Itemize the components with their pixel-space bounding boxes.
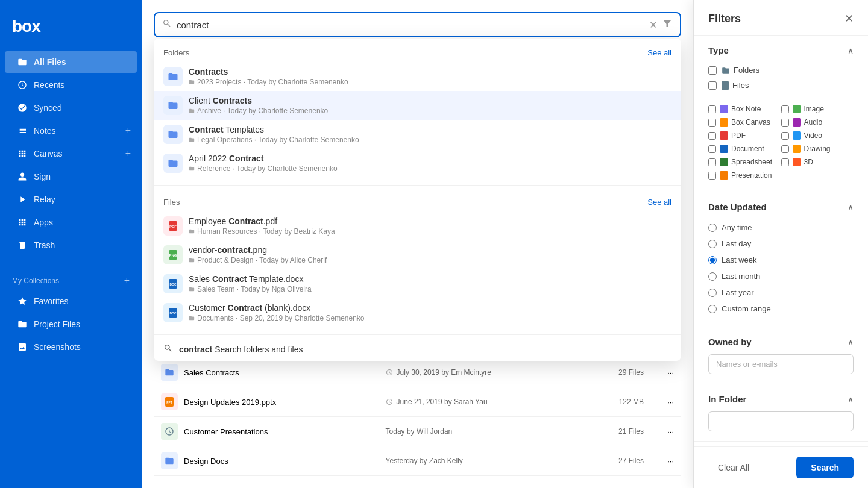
dropdown-search-all[interactable]: contract Search folders and files	[154, 337, 681, 361]
notes-add-button[interactable]: +	[125, 125, 131, 136]
filter-document-checkbox[interactable]	[708, 145, 716, 153]
sidebar-item-notes[interactable]: Notes +	[5, 120, 137, 142]
filter-pdf-label[interactable]: PDF	[720, 131, 746, 140]
filter-pdf-checkbox[interactable]	[708, 132, 716, 140]
sidebar-item-all-files[interactable]: All Files	[5, 51, 137, 73]
search-input[interactable]	[177, 20, 644, 30]
filter-document: Document	[708, 142, 781, 155]
filter-box-canvas-checkbox[interactable]	[708, 119, 716, 127]
dropdown-folder-april[interactable]: April 2022 Contract Reference · Today by…	[154, 149, 681, 178]
sidebar-item-screenshots[interactable]: Screenshots	[5, 336, 137, 358]
folder-icon-contracts	[163, 67, 183, 86]
row-name: Sales Contracts	[184, 368, 239, 377]
filter-owned-header[interactable]: Owned by ∧	[694, 327, 868, 354]
filter-custom-range-label[interactable]: Custom range	[722, 304, 771, 313]
table-row[interactable]: Sales Contracts July 30, 2019 by Em Mcin…	[154, 358, 681, 387]
filter-date-section: Date Updated ∧ Any time Last day Last we…	[694, 192, 868, 327]
filter-last-year-label[interactable]: Last year	[722, 288, 753, 297]
dropdown-file-vendor[interactable]: PNG vendor-contract.png Product & Design…	[154, 240, 681, 269]
filter-folders-label[interactable]: Folders	[722, 66, 760, 75]
sidebar-item-synced[interactable]: Synced	[5, 97, 137, 119]
filter-folders-checkbox[interactable]	[708, 66, 717, 75]
search-clear-button[interactable]: ✕	[649, 19, 657, 31]
logo: box	[0, 12, 142, 51]
sidebar-item-recents[interactable]: Recents	[5, 74, 137, 96]
svg-text:PDF: PDF	[169, 225, 177, 228]
dropdown-file-sales[interactable]: DOC Sales Contract Template.docx Sales T…	[154, 269, 681, 298]
folder-templates-meta: Legal Operations · Today by Charlotte Se…	[189, 136, 671, 144]
sidebar-item-canvas-label: Canvas	[34, 149, 62, 158]
dropdown-folder-client-contracts[interactable]: Client Contracts Archive · Today by Char…	[154, 91, 681, 120]
dropdown-folder-contracts[interactable]: Contracts 2023 Projects · Today by Charl…	[154, 62, 681, 91]
filter-last-month-label[interactable]: Last month	[722, 272, 760, 281]
filter-last-month-radio[interactable]	[708, 272, 717, 281]
row-folder-icon	[161, 364, 178, 381]
filter-custom-range-row: Custom range	[708, 301, 854, 317]
search-dropdown: Folders See all Contracts 2023 Projects …	[154, 39, 681, 361]
canvas-add-button[interactable]: +	[125, 148, 131, 159]
filter-image-checkbox[interactable]	[781, 105, 789, 113]
filter-files-checkbox[interactable]	[708, 81, 717, 90]
dropdown-divider-2	[154, 334, 681, 335]
filter-files-label[interactable]: Files	[722, 81, 749, 90]
sidebar-item-trash[interactable]: Trash	[5, 234, 137, 256]
file-customer-info: Customer Contract (blank).docx Documents…	[189, 303, 671, 322]
filter-presentation-checkbox[interactable]	[708, 172, 716, 180]
filter-box-note-label[interactable]: Box Note	[720, 105, 761, 113]
sidebar-item-synced-label: Synced	[34, 103, 62, 113]
filter-any-time-radio[interactable]	[708, 224, 717, 232]
sidebar-item-relay[interactable]: Relay	[5, 189, 137, 210]
filter-video-label[interactable]: Video	[793, 131, 822, 140]
filter-audio-checkbox[interactable]	[781, 119, 789, 127]
filter-in-folder-chevron: ∧	[848, 395, 854, 404]
file-vendor-name: vendor-contract.png	[189, 245, 671, 255]
filter-image-label[interactable]: Image	[793, 105, 824, 113]
dropdown-file-customer[interactable]: DOC Customer Contract (blank).docx Docum…	[154, 298, 681, 327]
owned-by-input[interactable]	[708, 354, 854, 374]
filter-last-week-label[interactable]: Last week	[722, 255, 757, 264]
sidebar-item-sign[interactable]: Sign	[5, 166, 137, 187]
sidebar-item-project-files[interactable]: Project Files	[5, 313, 137, 335]
table-row[interactable]: PPT Design Updates 2019.pptx June 21, 20…	[154, 387, 681, 417]
filter-presentation-label[interactable]: Presentation	[720, 171, 772, 180]
in-folder-input[interactable]	[708, 411, 854, 431]
filter-box-note-checkbox[interactable]	[708, 105, 716, 113]
filter-pdf: PDF	[708, 129, 781, 142]
filter-type-header[interactable]: Type ∧	[694, 36, 868, 63]
filter-spreadsheet-checkbox[interactable]	[708, 158, 716, 166]
file-employee-meta: Human Resources · Today by Beatriz Kaya	[189, 227, 671, 236]
dropdown-file-employee[interactable]: PDF Employee Contract.pdf Human Resource…	[154, 211, 681, 240]
filters-close-button[interactable]: ✕	[844, 12, 854, 25]
files-see-all[interactable]: See all	[647, 198, 671, 207]
collections-add-button[interactable]: +	[124, 275, 130, 286]
filter-last-year-radio[interactable]	[708, 289, 717, 297]
filter-date-header[interactable]: Date Updated ∧	[694, 192, 868, 219]
clear-all-button[interactable]: Clear All	[708, 458, 759, 477]
filter-files-row: Files	[708, 78, 854, 93]
table-row[interactable]: Design Docs Yesterday by Zach Kelly 27 F…	[154, 446, 681, 476]
filter-any-time-label[interactable]: Any time	[722, 223, 752, 232]
filter-in-folder-header[interactable]: In Folder ∧	[694, 384, 868, 411]
sidebar-item-apps[interactable]: Apps	[5, 211, 137, 233]
filter-drawing-checkbox[interactable]	[781, 145, 789, 153]
filter-audio-label[interactable]: Audio	[793, 118, 823, 127]
filter-last-week-radio[interactable]	[708, 256, 717, 264]
filter-last-day-radio[interactable]	[708, 240, 717, 248]
table-row[interactable]: Customer Presentations Today by Will Jor…	[154, 417, 681, 446]
filter-spreadsheet-label[interactable]: Spreadsheet	[720, 158, 772, 166]
filter-custom-range-radio[interactable]	[708, 305, 717, 313]
filter-box-canvas-label[interactable]: Box Canvas	[720, 118, 770, 127]
dropdown-divider	[154, 185, 681, 186]
sidebar-item-favorites[interactable]: Favorites	[5, 290, 137, 312]
search-filter-button[interactable]	[662, 18, 673, 31]
sidebar-item-canvas[interactable]: Canvas +	[5, 143, 137, 164]
filter-document-label[interactable]: Document	[720, 145, 764, 153]
filter-video-checkbox[interactable]	[781, 132, 789, 140]
folders-see-all[interactable]: See all	[647, 48, 671, 57]
dropdown-folder-templates[interactable]: Contract Templates Legal Operations · To…	[154, 120, 681, 149]
filter-3d-label[interactable]: 3D	[793, 158, 813, 166]
filter-drawing-label[interactable]: Drawing	[793, 145, 831, 153]
filter-last-day-label[interactable]: Last day	[722, 239, 751, 248]
search-button[interactable]: Search	[796, 457, 854, 478]
filter-3d-checkbox[interactable]	[781, 158, 789, 166]
